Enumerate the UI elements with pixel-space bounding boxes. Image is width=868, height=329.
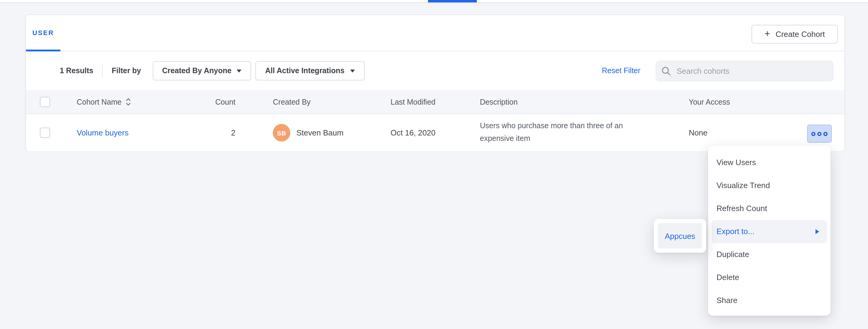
cohort-name-link[interactable]: Volume buyers — [77, 128, 129, 137]
row-checkbox[interactable] — [40, 128, 50, 138]
select-all-checkbox[interactable] — [40, 97, 50, 107]
chevron-down-icon — [237, 70, 242, 73]
three-dots-icon — [823, 132, 828, 136]
divider — [102, 64, 103, 77]
integrations-dropdown[interactable]: All Active Integrations — [255, 61, 365, 80]
menu-item-delete[interactable]: Delete — [708, 266, 831, 289]
search-icon — [661, 66, 671, 76]
chevron-down-icon — [350, 70, 355, 73]
created-by-name: Steven Baum — [297, 128, 343, 137]
created-by-dropdown[interactable]: Created By Anyone — [153, 61, 251, 80]
search-box[interactable] — [655, 60, 834, 82]
results-count: 1 Results — [60, 51, 93, 90]
plus-icon: + — [765, 29, 770, 39]
search-input[interactable] — [676, 66, 828, 76]
top-strip — [0, 0, 868, 3]
reset-filter-link[interactable]: Reset Filter — [602, 51, 641, 90]
table-header: Cohort Name Count Created By Last Modifi… — [26, 90, 844, 114]
column-header-your-access[interactable]: Your Access — [689, 90, 730, 114]
your-access-cell: None — [689, 114, 707, 151]
menu-item-view-users[interactable]: View Users — [708, 151, 831, 174]
cohort-count: 2 — [193, 114, 236, 151]
description-cell: Users who purchase more than three of an… — [480, 114, 644, 151]
create-cohort-button[interactable]: + Create Cohort — [751, 25, 838, 44]
submenu-item-appcues[interactable]: Appcues — [658, 223, 702, 249]
export-submenu: Appcues — [654, 219, 706, 253]
menu-item-duplicate[interactable]: Duplicate — [708, 243, 831, 266]
context-menu: View Users Visualize Trend Refresh Count… — [708, 146, 831, 316]
avatar: SB — [273, 124, 290, 141]
created-by-cell: SB Steven Baum — [273, 114, 343, 151]
tab-user-label: USER — [32, 29, 54, 36]
filter-bar: 1 Results Filter by Created By Anyone Al… — [26, 51, 844, 90]
column-header-created-by[interactable]: Created By — [273, 90, 311, 114]
tab-bar: USER + Create Cohort — [26, 15, 844, 51]
column-header-cohort-name[interactable]: Cohort Name — [77, 90, 131, 114]
column-header-description[interactable]: Description — [480, 90, 644, 114]
menu-item-refresh-count[interactable]: Refresh Count — [708, 197, 831, 220]
three-dots-icon — [811, 132, 815, 136]
created-by-dropdown-value: Created By Anyone — [162, 66, 231, 75]
three-dots-icon — [817, 132, 822, 136]
column-header-last-modified[interactable]: Last Modified — [391, 90, 435, 114]
menu-item-export-to[interactable]: Export to... — [712, 220, 827, 243]
menu-item-share[interactable]: Share — [708, 289, 831, 312]
cohorts-page: USER + Create Cohort 1 Results Filter by… — [0, 0, 868, 329]
menu-item-visualize-trend[interactable]: Visualize Trend — [708, 174, 831, 197]
row-actions-button[interactable] — [807, 125, 832, 143]
cohorts-card: USER + Create Cohort 1 Results Filter by… — [25, 15, 845, 150]
tab-user[interactable]: USER — [26, 15, 60, 51]
active-tab-indicator — [428, 0, 477, 2]
column-header-count[interactable]: Count — [193, 90, 236, 114]
integrations-dropdown-value: All Active Integrations — [265, 66, 344, 75]
create-cohort-label: Create Cohort — [776, 30, 825, 39]
sort-chevrons-icon — [126, 98, 131, 106]
right-arrow-icon — [815, 229, 819, 234]
filter-by-label: Filter by — [112, 51, 141, 90]
last-modified-cell: Oct 16, 2020 — [391, 114, 435, 151]
